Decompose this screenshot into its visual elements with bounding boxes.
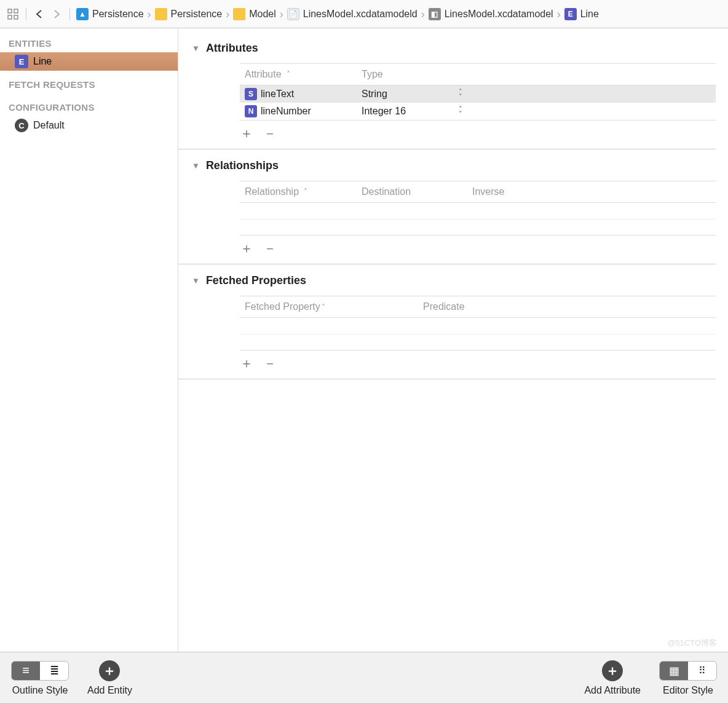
- db-icon: ◧: [429, 8, 441, 20]
- breadcrumb: ▲Persistence›Persistence›Model›📄LinesMod…: [76, 8, 599, 20]
- chevron-right-icon: ›: [421, 9, 425, 20]
- stepper-icon[interactable]: ˄˅: [459, 89, 462, 99]
- attr-type-icon: S: [245, 88, 257, 100]
- add-relationship-button[interactable]: ＋: [240, 242, 253, 255]
- blue-icon: ▲: [76, 8, 89, 20]
- sidebar-fetch-header: FETCH REQUESTS: [0, 76, 178, 93]
- breadcrumb-label: LinesModel.xcdatamodel: [445, 9, 553, 20]
- toolbar: ▲Persistence›Persistence›Model›📄LinesMod…: [0, 0, 728, 28]
- col-header-inverse[interactable]: Inverse: [467, 184, 716, 200]
- breadcrumb-item[interactable]: 📄LinesModel.xcdatamodeld: [287, 8, 417, 20]
- outline-style-toggle[interactable]: Outline Style: [11, 660, 69, 696]
- col-header-type[interactable]: Type: [357, 66, 467, 82]
- disclosure-icon[interactable]: ▼: [192, 276, 200, 285]
- nav-back-button[interactable]: [33, 7, 46, 21]
- sort-asc-icon: ˄: [322, 303, 325, 312]
- plus-icon: ＋: [602, 660, 623, 681]
- nav-forward-button[interactable]: [50, 7, 63, 21]
- ent-icon: E: [564, 8, 577, 20]
- config-icon: C: [15, 119, 28, 132]
- col-header-destination[interactable]: Destination: [357, 184, 467, 200]
- fold-icon: [233, 8, 245, 20]
- attr-type-icon: N: [245, 105, 257, 117]
- svg-rect-3: [14, 15, 18, 19]
- separator: [26, 8, 26, 20]
- sidebar-config-header: CONFIGURATIONS: [0, 98, 178, 116]
- svg-rect-1: [14, 9, 18, 13]
- table-row[interactable]: [240, 318, 716, 334]
- breadcrumb-item[interactable]: ▲Persistence: [76, 8, 144, 20]
- col-header-fetched[interactable]: Fetched Property˄: [240, 299, 418, 315]
- sidebar-item-entity[interactable]: ELine: [0, 52, 178, 71]
- breadcrumb-label: Persistence: [171, 9, 223, 20]
- breadcrumb-item[interactable]: ◧LinesModel.xcdatamodel: [429, 8, 553, 20]
- table-row[interactable]: NlineNumberInteger 16˄˅: [240, 103, 716, 120]
- attr-type: Integer 16: [362, 106, 406, 117]
- table-row[interactable]: [240, 203, 716, 219]
- stepper-icon[interactable]: ˄˅: [459, 106, 462, 116]
- add-attribute-button[interactable]: ＋: [240, 127, 253, 140]
- attr-type: String: [362, 89, 387, 100]
- add-attribute-button[interactable]: ＋ Add Attribute: [584, 660, 641, 696]
- sidebar-item-label: Line: [33, 56, 52, 67]
- table-row[interactable]: [240, 334, 716, 350]
- disclosure-icon[interactable]: ▼: [192, 44, 200, 53]
- breadcrumb-label: Model: [249, 9, 276, 20]
- svg-rect-2: [8, 15, 12, 19]
- table-row[interactable]: [240, 219, 716, 235]
- sidebar: ENTITIES ELine FETCH REQUESTS CONFIGURAT…: [0, 28, 178, 652]
- breadcrumb-label: Line: [580, 9, 599, 20]
- bottom-bar: Outline Style ＋ Add Entity ＋ Add Attribu…: [0, 652, 728, 703]
- svg-rect-0: [8, 9, 12, 13]
- chevron-right-icon: ›: [557, 9, 561, 20]
- editor-style-toggle[interactable]: Editor Style: [659, 660, 717, 696]
- col-header-predicate[interactable]: Predicate: [418, 299, 716, 315]
- add-entity-button[interactable]: ＋ Add Entity: [87, 660, 132, 696]
- col-header-attribute[interactable]: Attribute˄: [240, 66, 357, 82]
- chevron-right-icon: ›: [280, 9, 283, 20]
- related-items-icon[interactable]: [6, 7, 20, 21]
- section-title: Attributes: [206, 42, 258, 55]
- section-title: Fetched Properties: [206, 274, 306, 287]
- breadcrumb-item[interactable]: Persistence: [155, 8, 223, 20]
- disclosure-icon[interactable]: ▼: [192, 161, 200, 170]
- breadcrumb-item[interactable]: ELine: [564, 8, 599, 20]
- table-row[interactable]: SlineTextString˄˅: [240, 85, 716, 103]
- editor-area: ▼ Attributes Attribute˄ Type SlineTextSt…: [178, 28, 728, 652]
- section-relationships: ▼ Relationships Relationship˄ Destinatio…: [178, 154, 716, 255]
- outline-flat-icon[interactable]: [40, 662, 68, 680]
- add-fetched-button[interactable]: ＋: [240, 357, 253, 370]
- section-title: Relationships: [206, 159, 279, 172]
- remove-attribute-button[interactable]: －: [263, 127, 277, 140]
- attr-name: lineNumber: [261, 106, 311, 117]
- fold-icon: [155, 8, 167, 20]
- sidebar-item-config[interactable]: CDefault: [0, 116, 178, 135]
- section-attributes: ▼ Attributes Attribute˄ Type SlineTextSt…: [178, 37, 716, 140]
- breadcrumb-label: Persistence: [92, 9, 144, 20]
- col-header-relationship[interactable]: Relationship˄: [240, 184, 357, 200]
- chevron-right-icon: ›: [148, 9, 151, 20]
- doc-icon: 📄: [287, 8, 299, 20]
- breadcrumb-label: LinesModel.xcdatamodeld: [303, 9, 417, 20]
- outline-hierarchical-icon[interactable]: [12, 662, 40, 680]
- remove-fetched-button[interactable]: －: [263, 357, 277, 370]
- entity-icon: E: [15, 55, 28, 68]
- separator: [69, 8, 70, 20]
- sidebar-entities-header: ENTITIES: [0, 34, 178, 52]
- editor-table-icon[interactable]: [660, 662, 688, 680]
- remove-relationship-button[interactable]: －: [263, 242, 277, 255]
- editor-graph-icon[interactable]: [688, 662, 716, 680]
- plus-icon: ＋: [99, 660, 120, 681]
- sort-asc-icon: ˄: [287, 70, 290, 79]
- section-fetched: ▼ Fetched Properties Fetched Property˄ P…: [178, 269, 716, 370]
- sort-asc-icon: ˄: [304, 188, 307, 196]
- chevron-right-icon: ›: [226, 9, 229, 20]
- sidebar-item-label: Default: [33, 120, 65, 131]
- attr-name: lineText: [261, 89, 294, 100]
- breadcrumb-item[interactable]: Model: [233, 8, 276, 20]
